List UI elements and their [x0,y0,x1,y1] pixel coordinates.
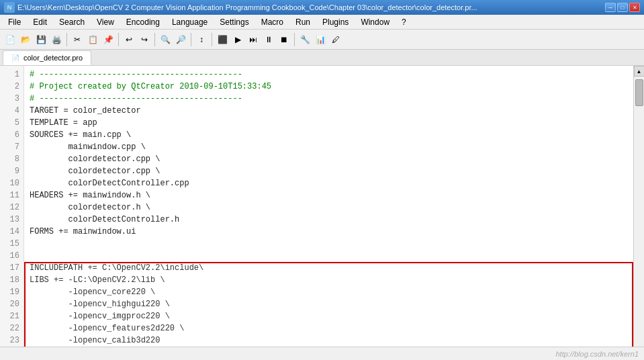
code-line: -lopencv_highgui220 \ [30,298,628,310]
menu-bar: FileEditSearchViewEncodingLanguageSettin… [0,15,644,30]
code-line: colordetector.h \ [30,201,628,214]
tab-icon: 📄 [11,54,19,62]
toolbar-button-17[interactable]: ⬛ [215,32,230,47]
line-number: 21 [4,310,19,322]
main-area: 123456789101112131415161718192021222324 … [0,66,644,360]
window-controls: ─ □ ✕ [605,3,640,12]
toolbar-button-18[interactable]: ▶ [230,32,245,47]
toolbar-button-1[interactable]: 📂 [18,32,33,47]
code-line: mainwindow.cpp \ [30,141,628,153]
toolbar-separator [154,33,155,46]
code-line: HEADERS += mainwindow.h \ [30,189,628,201]
toolbar-separator [191,33,191,46]
line-number: 5 [4,117,19,129]
code-line: TEMPLATE = app [30,117,628,129]
line-number: 17 [4,262,19,274]
watermark: http://blog.csdn.net/kern1 [555,350,639,358]
toolbar-button-24[interactable]: 📊 [313,32,328,47]
code-line: SOURCES += main.cpp \ [30,129,628,141]
code-line: colordetector.cpp \ [30,153,628,165]
code-line: colorDetectController.cpp [30,177,628,189]
line-number: 10 [4,177,19,189]
line-number: 11 [4,189,19,201]
menu-item-edit[interactable]: Edit [28,16,52,28]
menu-item-?[interactable]: ? [396,16,412,28]
toolbar-button-23[interactable]: 🔧 [297,32,312,47]
toolbar-button-7[interactable]: 📌 [101,32,116,47]
line-numbers: 123456789101112131415161718192021222324 [0,66,24,347]
code-area[interactable]: # --------------------------------------… [24,66,633,347]
code-line: -lopencv_features2d220 \ [30,322,628,334]
tab-color-detector[interactable]: 📄 color_detector.pro [3,50,91,65]
code-line: colorDetectController.h [30,214,628,226]
toolbar-button-21[interactable]: ⏹ [277,32,291,47]
line-number: 23 [4,334,19,347]
toolbar-separator [294,33,295,46]
toolbar-button-6[interactable]: 📋 [85,32,100,47]
line-number: 22 [4,322,19,334]
line-number: 3 [4,93,19,105]
tab-bar: 📄 color_detector.pro [0,50,644,66]
menu-item-plugins[interactable]: Plugins [317,16,354,28]
menu-item-window[interactable]: Window [355,16,395,28]
line-number: 18 [4,274,19,286]
line-number: 12 [4,201,19,214]
toolbar-button-10[interactable]: ↪ [137,32,152,47]
code-line: colordetector.cpp \ [30,165,628,177]
tab-label: color_detector.pro [24,54,83,62]
code-line: LIBS += -LC:\OpenCV2.2\lib \ [30,274,628,286]
code-line: -lopencv_imgproc220 \ [30,310,628,322]
toolbar-button-2[interactable]: 💾 [34,32,48,47]
line-number: 6 [4,129,19,141]
line-number: 1 [4,69,19,81]
toolbar-button-3[interactable]: 🖨️ [49,32,64,47]
code-line: -lopencv_core220 \ [30,286,628,298]
toolbar-button-25[interactable]: 🖊 [328,32,343,47]
line-number: 19 [4,286,19,298]
toolbar-button-19[interactable]: ⏭ [246,32,261,47]
code-line [30,250,628,262]
minimize-button[interactable]: ─ [605,3,616,12]
close-button[interactable]: ✕ [629,3,640,12]
menu-item-encoding[interactable]: Encoding [121,16,165,28]
code-line: INCLUDEPATH += C:\OpenCV2.2\include\ [30,262,628,274]
title-bar: N E:\Users\Kern\Desktop\OpenCV 2 Compute… [0,0,644,15]
toolbar-button-0[interactable]: 📄 [3,32,17,47]
toolbar-button-15[interactable]: ↕ [194,32,209,47]
toolbar-button-12[interactable]: 🔍 [158,32,173,47]
menu-item-run[interactable]: Run [290,16,316,28]
toolbar-button-13[interactable]: 🔎 [173,32,188,47]
line-number: 15 [4,238,19,250]
code-line: # --------------------------------------… [30,93,628,105]
app-icon: N [4,2,15,13]
toolbar-separator [66,33,67,46]
status-bar: http://blog.csdn.net/kern1 [0,347,644,360]
menu-item-settings[interactable]: Settings [214,16,254,28]
title-bar-text: E:\Users\Kern\Desktop\OpenCV 2 Computer … [17,3,602,11]
line-number: 8 [4,153,19,165]
code-line: FORMS += mainwindow.ui [30,226,628,238]
menu-item-language[interactable]: Language [167,16,213,28]
scroll-thumb[interactable] [635,79,643,106]
menu-item-macro[interactable]: Macro [256,16,289,28]
line-number: 14 [4,226,19,238]
line-number: 7 [4,141,19,153]
line-number: 2 [4,81,19,93]
scrollbar-vertical[interactable]: ▲ [633,66,644,347]
toolbar-separator [118,33,119,46]
code-line: # Project created by QtCreator 2010-09-1… [30,81,628,93]
toolbar-button-20[interactable]: ⏸ [261,32,276,47]
code-line [30,238,628,250]
scroll-up-button[interactable]: ▲ [634,66,645,77]
line-number: 16 [4,250,19,262]
line-number: 13 [4,214,19,226]
toolbar-separator [212,33,212,46]
toolbar-button-9[interactable]: ↩ [122,32,136,47]
maximize-button[interactable]: □ [617,3,628,12]
menu-item-file[interactable]: File [3,16,26,28]
toolbar-button-5[interactable]: ✂ [70,32,85,47]
line-number: 4 [4,105,19,117]
code-line: # --------------------------------------… [30,69,628,81]
menu-item-search[interactable]: Search [54,16,90,28]
menu-item-view[interactable]: View [91,16,120,28]
